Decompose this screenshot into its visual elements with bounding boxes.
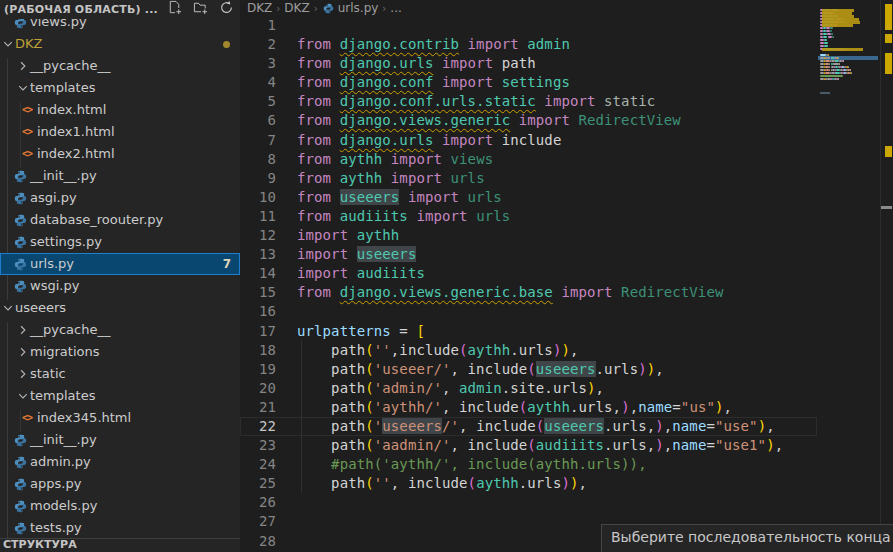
workspace-title: (РАБОЧАЯ ОБЛАСТЬ) ... (0, 3, 158, 16)
code-line-1[interactable]: 1 (240, 16, 893, 35)
tree-item-admin-py[interactable]: admin.py (0, 451, 240, 473)
code-line-5[interactable]: 5from django.conf.urls.static import sta… (240, 92, 893, 111)
chevron-down-icon (18, 83, 28, 93)
tree-item-index2-html[interactable]: <>index2.html (0, 143, 240, 165)
code-line-13[interactable]: 13import useeers (240, 245, 893, 264)
tree-item-pycache[interactable]: __pycache__ (0, 55, 240, 77)
tree-item-index345-html[interactable]: <>index345.html (0, 407, 240, 429)
breadcrumb-label: urls.py (338, 1, 379, 15)
line-number[interactable]: 24 (240, 455, 276, 474)
line-number[interactable]: 4 (240, 73, 276, 92)
line-number[interactable]: 17 (240, 322, 276, 341)
breadcrumb-item-DKZ[interactable]: DKZ (284, 1, 309, 15)
line-number[interactable]: 1 (240, 16, 276, 35)
line-number[interactable]: 10 (240, 188, 276, 207)
tree-item-urls-py[interactable]: urls.py7 (0, 253, 240, 275)
breadcrumb-item-DKZ[interactable]: DKZ (247, 1, 272, 15)
line-number[interactable]: 16 (240, 302, 276, 321)
tree-item-models-py[interactable]: models.py (0, 495, 240, 517)
new-file-button[interactable] (166, 1, 183, 18)
new-folder-button[interactable] (192, 1, 209, 18)
line-number[interactable]: 27 (240, 512, 276, 531)
tree-item-templates[interactable]: templates (0, 385, 240, 407)
code-line-7[interactable]: 7from django.urls import include (240, 131, 893, 150)
breadcrumb-item----[interactable]: ... (390, 1, 401, 15)
code-line-19[interactable]: 19 path('useeer/', include(useeers.urls)… (240, 360, 893, 379)
code-line-23[interactable]: 23 path('aadmin/', include(audiiits.urls… (240, 436, 893, 455)
code-line-9[interactable]: 9from aythh import urls (240, 169, 893, 188)
tree-item-DKZ[interactable]: DKZ (0, 33, 240, 55)
tree-item-templates[interactable]: templates (0, 77, 240, 99)
python-file-icon (13, 433, 27, 447)
python-file-icon (13, 455, 27, 469)
refresh-button[interactable] (218, 1, 235, 18)
line-number[interactable]: 19 (240, 360, 276, 379)
line-number[interactable]: 28 (240, 532, 276, 551)
tree-item-useeers[interactable]: useeers (0, 297, 240, 319)
line-number[interactable]: 8 (240, 150, 276, 169)
line-number[interactable]: 23 (240, 436, 276, 455)
new-file-icon (167, 0, 182, 19)
tree-item-init-py[interactable]: __init__.py (0, 165, 240, 187)
code-line-10[interactable]: 10from useeers import urls (240, 188, 893, 207)
code-line-14[interactable]: 14import audiiits (240, 264, 893, 283)
line-number[interactable]: 18 (240, 341, 276, 360)
line-number[interactable]: 12 (240, 226, 276, 245)
tree-item-apps-py[interactable]: apps.py (0, 473, 240, 495)
line-number[interactable]: 26 (240, 493, 276, 512)
tree-item-settings-py[interactable]: settings.py (0, 231, 240, 253)
overview-ruler[interactable] (880, 0, 893, 552)
code-line-2[interactable]: 2from django.contrib import admin (240, 35, 893, 54)
line-number[interactable]: 2 (240, 35, 276, 54)
code-line-16[interactable]: 16 (240, 302, 893, 321)
code-line-21[interactable]: 21 path('aythh/', include(aythh.urls,),n… (240, 398, 893, 417)
tree-item-pycache[interactable]: __pycache__ (0, 319, 240, 341)
code-line-6[interactable]: 6from django.views.generic import Redire… (240, 111, 893, 130)
tree-item-databaseroouter-py[interactable]: database_roouter.py (0, 209, 240, 231)
code-line-26[interactable]: 26 (240, 493, 893, 512)
tree-item-label: static (30, 363, 66, 385)
tree-item-index1-html[interactable]: <>index1.html (0, 121, 240, 143)
breadcrumb-item-urls-py[interactable]: urls.py (322, 1, 379, 15)
line-number[interactable]: 9 (240, 169, 276, 188)
code-line-15[interactable]: 15from django.views.generic.base import … (240, 283, 893, 302)
code-line-11[interactable]: 11from audiiits import urls (240, 207, 893, 226)
code-line-20[interactable]: 20 path('admin/', admin.site.urls), (240, 379, 893, 398)
code-line-17[interactable]: 17urlpatterns = [ (240, 322, 893, 341)
minimap[interactable] (818, 6, 878, 116)
tree-item-index-html[interactable]: <>index.html (0, 99, 240, 121)
minimap-line (838, 78, 839, 80)
tree-item-wsgi-py[interactable]: wsgi.py (0, 275, 240, 297)
code-line-22[interactable]: 22 path('useeers/', include(useeers.urls… (240, 417, 893, 436)
outline-section-header[interactable]: СТРУКТУРА (0, 538, 240, 552)
line-number[interactable]: 15 (240, 283, 276, 302)
line-number[interactable]: 22 (240, 417, 276, 436)
tree-item-migrations[interactable]: migrations (0, 341, 240, 363)
tree-item-static[interactable]: static (0, 363, 240, 385)
line-number[interactable]: 21 (240, 398, 276, 417)
line-number[interactable]: 7 (240, 131, 276, 150)
line-number[interactable]: 25 (240, 474, 276, 493)
line-number[interactable]: 6 (240, 111, 276, 130)
code-line-3[interactable]: 3from django.urls import path (240, 54, 893, 73)
line-number[interactable]: 14 (240, 264, 276, 283)
line-number[interactable]: 20 (240, 379, 276, 398)
line-number[interactable]: 3 (240, 54, 276, 73)
code-area[interactable]: 12from django.contrib import admin3from … (240, 16, 893, 551)
tree-item-init-py[interactable]: __init__.py (0, 429, 240, 451)
tree-item-tests-py[interactable]: tests.py (0, 517, 240, 539)
tree-item-asgi-py[interactable]: asgi.py (0, 187, 240, 209)
tree-item-label: __init__.py (30, 165, 97, 187)
code-line-8[interactable]: 8from aythh import views (240, 150, 893, 169)
code-line-4[interactable]: 4from django.conf import settings (240, 73, 893, 92)
code-line-12[interactable]: 12import aythh (240, 226, 893, 245)
line-number[interactable]: 5 (240, 92, 276, 111)
line-number[interactable]: 11 (240, 207, 276, 226)
chevron-down-icon (3, 303, 13, 313)
code-line-25[interactable]: 25 path('', include(aythh.urls)), (240, 474, 893, 493)
python-file-icon (13, 499, 27, 513)
code-line-24[interactable]: 24 #path('aythh/', include(aythh.urls)), (240, 455, 893, 474)
breadcrumb: DKZ›DKZ›urls.py›... (240, 0, 893, 16)
code-line-18[interactable]: 18 path('',include(aythh.urls)), (240, 341, 893, 360)
line-number[interactable]: 13 (240, 245, 276, 264)
